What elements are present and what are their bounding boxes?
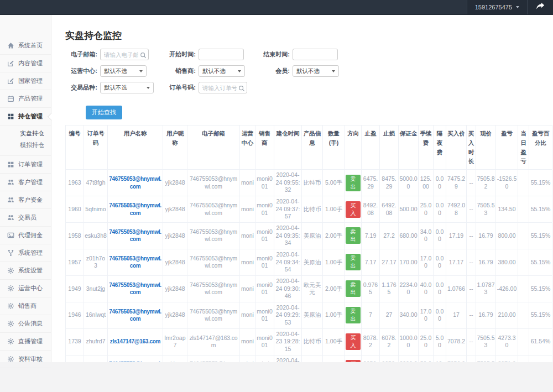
sidebar-item-客户资金[interactable]: 客户资金 (0, 191, 51, 209)
sidebar-item-直播管理[interactable]: 直播管理 (0, 333, 51, 351)
cell-nick: yjk2848 (163, 249, 187, 275)
cell-direction: 卖出 (345, 223, 362, 249)
sidebar-item-系统首页[interactable]: 系统首页 (0, 37, 51, 55)
user-link[interactable]: 746457578@hnymwl.com (109, 361, 161, 362)
cell-direction: 卖出 (345, 249, 362, 275)
cell-nick: yjk2848 (163, 302, 187, 328)
column-header: 隔夜费 (434, 126, 446, 170)
cell-order-no: 5qfnimo (84, 196, 108, 223)
sidebar-item-订单管理[interactable]: 订单管理 (0, 156, 51, 174)
sidebar-subitem-实盘持仓[interactable]: 实盘持仓 (20, 128, 51, 139)
cell-pnl: 380.00 (496, 249, 518, 275)
sidebar-item-系统管理[interactable]: 系统管理 (0, 244, 51, 262)
cell-direction: 卖出 (345, 302, 362, 328)
sidebar-item-运营中心[interactable]: 运营中心 (0, 280, 51, 297)
column-header: 订单号码 (84, 126, 108, 170)
cell-margin: 500.00 (399, 196, 419, 223)
cell-id: 1670 (66, 355, 84, 362)
logout-share-button[interactable] (528, 0, 553, 14)
filter-row-1: 电子邮箱: 开始时间: 结束时间: (65, 49, 545, 60)
cell-day-pnl (518, 275, 529, 302)
cell-direction: 买入 (345, 328, 362, 355)
cell-nick: xgklmov7 (163, 355, 187, 362)
cell-seller: moni001 (255, 196, 274, 223)
cell-open-time: 2020-04-24 09:37:57 (274, 196, 302, 223)
operation-center-select[interactable]: 默认不选 (100, 65, 147, 77)
sidebar-menu: 系统首页内容管理国家管理产品管理持仓管理实盘持仓模拟持仓订单管理客户管理客户资金… (0, 37, 51, 368)
cell-current-price: 7505.82 (476, 170, 496, 196)
user-link[interactable]: 746755053@hnymwl.com (109, 309, 161, 322)
sidebar-item-客户管理[interactable]: 客户管理 (0, 174, 51, 191)
column-header: 买入价 (446, 126, 467, 170)
cell-fee: 25.00 (419, 196, 434, 223)
cell-overnight-fee: 0.00 (434, 170, 446, 196)
cell-buy-price: 17.17 (446, 249, 467, 275)
cell-day-pnl (518, 223, 529, 249)
seller-select[interactable]: 默认不选 (199, 65, 245, 77)
cell-pnl-pct: 55.15% (529, 249, 552, 275)
cell-fee: 17.00 (419, 302, 434, 328)
cell-stop-loss: 27.2 (380, 223, 399, 249)
sidebar: 系统首页内容管理国家管理产品管理持仓管理实盘持仓模拟持仓订单管理客户管理客户资金… (0, 15, 51, 362)
sidebar-item-代理佣金[interactable]: 代理佣金 (0, 227, 51, 244)
direction-badge: 卖出 (346, 254, 361, 270)
gear-icon (7, 267, 14, 274)
grid-icon (7, 113, 14, 120)
sidebar-item-交易员[interactable]: 交易员 (0, 209, 51, 227)
sidebar-subitem-模拟持仓[interactable]: 模拟持仓 (20, 139, 51, 151)
member-select[interactable]: 默认不选 (293, 65, 339, 77)
sidebar-item-销售商[interactable]: 销售商 (0, 297, 51, 315)
cell-current-price: 16.79 (476, 249, 496, 275)
sidebar-item-label: 代理佣金 (18, 231, 43, 239)
search-button[interactable]: 开始查找 (86, 106, 122, 119)
cell-margin: 5000.00 (399, 170, 419, 196)
direction-badge: 卖出 (346, 227, 361, 244)
sidebar-item-资料审核[interactable]: 资料审核 (0, 351, 51, 368)
cell-pnl-pct: 61.54% (529, 328, 552, 355)
sidebar-item-label: 系统管理 (18, 249, 43, 257)
user-link[interactable]: zls147147@163.com (110, 338, 160, 344)
cell-qty: 2.00手 (323, 223, 345, 249)
user-link[interactable]: 746755053@hnymwl.com (109, 229, 161, 243)
column-header: 现价 (476, 126, 496, 170)
cell-op-center: moni (240, 196, 255, 223)
cell-product: 欧元美元 (302, 275, 323, 302)
account-dropdown[interactable]: 15912675475 (467, 0, 528, 14)
column-header: 用户昵称 (163, 126, 187, 170)
edit-icon (7, 60, 14, 67)
cell-product: 美原油 (302, 302, 323, 328)
user-link[interactable]: 746755053@hnymwl.com (109, 255, 161, 269)
start-time-input[interactable] (199, 49, 244, 60)
sidebar-item-内容管理[interactable]: 内容管理 (0, 55, 51, 72)
cell-take-profit: 7.19 (362, 223, 380, 249)
cell-hold-time: -- (467, 249, 476, 275)
cell-email: 746755053@hnymwl.com (187, 302, 240, 328)
cell-product: 比特币 (302, 355, 323, 362)
sidebar-item-国家管理[interactable]: 国家管理 (0, 72, 51, 90)
sidebar-item-label: 客户资金 (18, 196, 43, 204)
sidebar-item-持仓管理[interactable]: 持仓管理 (0, 108, 51, 126)
cell-order-no: 16nlwqt (84, 302, 108, 328)
cell-seller: moni001 (255, 249, 274, 275)
user-link[interactable]: 746755053@hnymwl.com (109, 176, 161, 190)
cell-hold-time: -- (467, 355, 476, 362)
cell-user: 746755053@hnymwl.com (108, 275, 163, 302)
sidebar-item-公告消息[interactable]: 公告消息 (0, 315, 51, 333)
user-link[interactable]: 746755053@hnymwl.com (109, 202, 161, 216)
cell-take-profit: 7.17 (362, 249, 380, 275)
sidebar-item-label: 客户管理 (18, 178, 43, 186)
grid-icon (7, 161, 14, 168)
user-link[interactable]: 746755053@hnymwl.com (109, 282, 161, 296)
end-time-input[interactable] (293, 49, 338, 60)
cell-pnl: 4273.30 (496, 328, 518, 355)
sidebar-item-产品管理[interactable]: 产品管理 (0, 90, 51, 108)
sidebar-item-系统设置[interactable]: 系统设置 (0, 262, 51, 280)
product-select[interactable]: 默认不选 (100, 82, 154, 93)
column-header: 当日盈亏 (518, 126, 529, 170)
cell-overnight-fee: 0.00 (434, 302, 446, 328)
search-icon (140, 51, 147, 58)
account-number: 15912675475 (475, 4, 512, 11)
users-icon (7, 179, 14, 186)
cell-margin: 1000.00 (399, 328, 419, 355)
sidebar-item-label: 国家管理 (18, 77, 43, 85)
